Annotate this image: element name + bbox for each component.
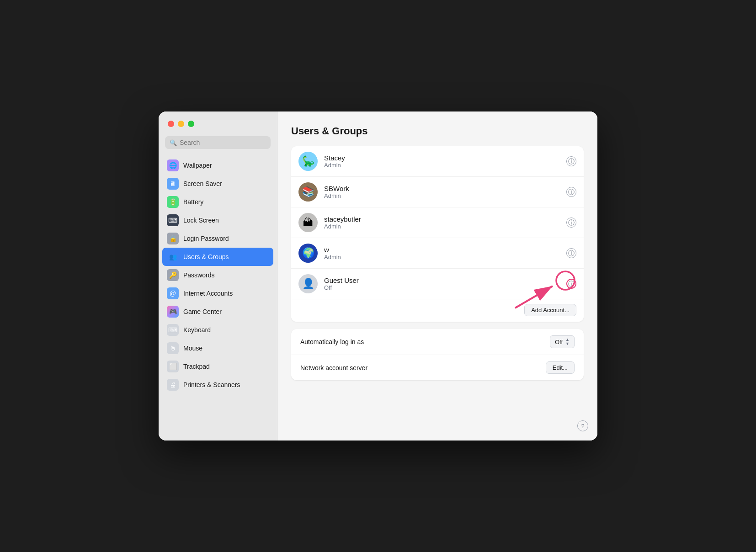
networkserver-control: Edit...: [546, 361, 575, 374]
sidebar-item-printers[interactable]: 🖨Printers & Scanners: [162, 376, 273, 394]
sidebar-item-lockscreen[interactable]: ⌨Lock Screen: [162, 211, 273, 229]
sidebar-item-trackpad[interactable]: ⬜Trackpad: [162, 357, 273, 376]
user-role-guest: Off: [324, 284, 560, 291]
add-account-row: Add Account...: [291, 299, 584, 322]
sidebar-item-internetaccounts[interactable]: @Internet Accounts: [162, 284, 273, 303]
settings-card: Automatically log in as Off ▲ ▼ Network …: [291, 329, 584, 380]
sidebar-label-lockscreen: Lock Screen: [183, 217, 219, 224]
user-info-w: wAdmin: [324, 246, 560, 260]
user-role-w: Admin: [324, 254, 560, 260]
traffic-lights: [159, 121, 277, 136]
user-role-sbwork: Admin: [324, 192, 560, 199]
search-input[interactable]: [180, 139, 266, 146]
user-info-stacey: StaceyAdmin: [324, 154, 560, 169]
page-title: Users & Groups: [291, 125, 584, 137]
user-row-staceybutler[interactable]: 🏔staceybutlerAdminⓘ: [291, 207, 584, 238]
user-name-guest: Guest User: [324, 276, 560, 284]
edit-button[interactable]: Edit...: [546, 361, 575, 374]
user-name-sbwork: SBWork: [324, 185, 560, 192]
autologin-select[interactable]: Off ▲ ▼: [550, 335, 575, 348]
autologin-label: Automatically log in as: [300, 338, 364, 345]
close-button[interactable]: [168, 121, 174, 127]
sidebar: 🔍 🌐Wallpaper🖥Screen Saver🔋Battery⌨Lock S…: [159, 111, 277, 441]
sidebar-label-wallpaper: Wallpaper: [183, 162, 212, 169]
down-arrow-icon: ▼: [565, 342, 570, 346]
user-avatar-staceybutler: 🏔: [298, 213, 318, 232]
user-name-staceybutler: staceybutler: [324, 215, 560, 223]
maximize-button[interactable]: [188, 121, 194, 127]
sidebar-label-trackpad: Trackpad: [183, 363, 210, 370]
sidebar-label-gamecenter: Game Center: [183, 308, 222, 315]
users-list: 🦕StaceyAdminⓘ📚SBWorkAdminⓘ🏔staceybutlerA…: [291, 146, 584, 299]
info-button-sbwork[interactable]: ⓘ: [566, 187, 576, 197]
sidebar-label-passwords: Passwords: [183, 271, 214, 279]
sidebar-list: 🌐Wallpaper🖥Screen Saver🔋Battery⌨Lock Scr…: [159, 156, 277, 441]
help-button[interactable]: ?: [577, 420, 588, 431]
info-button-staceybutler[interactable]: ⓘ: [566, 218, 576, 228]
info-button-guest[interactable]: ⓘ: [566, 279, 576, 289]
user-name-w: w: [324, 246, 560, 254]
sidebar-icon-keyboard: ⌨: [167, 324, 179, 336]
sidebar-item-gamecenter[interactable]: 🎮Game Center: [162, 303, 273, 321]
user-role-stacey: Admin: [324, 162, 560, 169]
minimize-button[interactable]: [178, 121, 184, 127]
sidebar-label-loginpassword: Login Password: [183, 235, 229, 242]
sidebar-item-loginpassword[interactable]: 🔒Login Password: [162, 229, 273, 248]
sidebar-icon-wallpaper: 🌐: [167, 159, 179, 171]
system-preferences-window: 🔍 🌐Wallpaper🖥Screen Saver🔋Battery⌨Lock S…: [159, 111, 597, 441]
sidebar-icon-lockscreen: ⌨: [167, 214, 179, 226]
user-info-staceybutler: staceybutlerAdmin: [324, 215, 560, 230]
autologin-control: Off ▲ ▼: [550, 335, 575, 348]
user-avatar-stacey: 🦕: [298, 152, 318, 171]
sidebar-icon-trackpad: ⬜: [167, 361, 179, 372]
info-button-stacey[interactable]: ⓘ: [566, 156, 576, 166]
add-account-button[interactable]: Add Account...: [524, 304, 576, 316]
networkserver-label: Network account server: [300, 364, 367, 372]
sidebar-item-mouse[interactable]: 🖱Mouse: [162, 339, 273, 357]
autologin-row: Automatically log in as Off ▲ ▼: [291, 329, 584, 355]
sidebar-icon-internetaccounts: @: [167, 287, 179, 299]
search-icon: 🔍: [170, 139, 177, 146]
user-info-guest: Guest UserOff: [324, 276, 560, 291]
sidebar-label-printers: Printers & Scanners: [183, 381, 240, 388]
networkserver-row: Network account server Edit...: [291, 355, 584, 380]
user-row-guest[interactable]: 👤Guest UserOffⓘ: [291, 269, 584, 299]
sidebar-icon-mouse: 🖱: [167, 342, 179, 354]
sidebar-item-wallpaper[interactable]: 🌐Wallpaper: [162, 156, 273, 175]
user-name-stacey: Stacey: [324, 154, 560, 162]
sidebar-item-battery[interactable]: 🔋Battery: [162, 193, 273, 211]
users-card: 🦕StaceyAdminⓘ📚SBWorkAdminⓘ🏔staceybutlerA…: [291, 146, 584, 322]
user-info-sbwork: SBWorkAdmin: [324, 185, 560, 199]
user-avatar-guest: 👤: [298, 274, 318, 293]
user-avatar-sbwork: 📚: [298, 182, 318, 202]
user-avatar-w: 🌍: [298, 244, 318, 263]
sidebar-item-passwords[interactable]: 🔑Passwords: [162, 266, 273, 284]
user-row-stacey[interactable]: 🦕StaceyAdminⓘ: [291, 146, 584, 177]
sidebar-icon-screensaver: 🖥: [167, 178, 179, 190]
sidebar-icon-usersgroups: 👥: [167, 251, 179, 263]
sidebar-label-usersgroups: Users & Groups: [183, 253, 229, 260]
sidebar-label-battery: Battery: [183, 198, 203, 206]
stepper-arrows: ▲ ▼: [565, 338, 570, 346]
sidebar-icon-printers: 🖨: [167, 379, 179, 391]
sidebar-item-keyboard[interactable]: ⌨Keyboard: [162, 321, 273, 339]
main-content: Users & Groups 🦕StaceyAdminⓘ📚SBWorkAdmin…: [277, 111, 597, 441]
sidebar-item-usersgroups[interactable]: 👥Users & Groups: [162, 248, 273, 266]
user-role-staceybutler: Admin: [324, 223, 560, 230]
autologin-value: Off: [555, 339, 563, 345]
sidebar-icon-battery: 🔋: [167, 196, 179, 208]
sidebar-label-keyboard: Keyboard: [183, 326, 211, 334]
sidebar-label-internetaccounts: Internet Accounts: [183, 290, 233, 297]
sidebar-item-screensaver[interactable]: 🖥Screen Saver: [162, 175, 273, 193]
info-button-w[interactable]: ⓘ: [566, 248, 576, 258]
sidebar-icon-loginpassword: 🔒: [167, 233, 179, 244]
user-row-w[interactable]: 🌍wAdminⓘ: [291, 238, 584, 269]
sidebar-icon-gamecenter: 🎮: [167, 306, 179, 318]
search-bar[interactable]: 🔍: [165, 136, 271, 149]
user-row-sbwork[interactable]: 📚SBWorkAdminⓘ: [291, 177, 584, 207]
sidebar-label-mouse: Mouse: [183, 345, 202, 352]
sidebar-label-screensaver: Screen Saver: [183, 180, 222, 187]
sidebar-icon-passwords: 🔑: [167, 269, 179, 281]
